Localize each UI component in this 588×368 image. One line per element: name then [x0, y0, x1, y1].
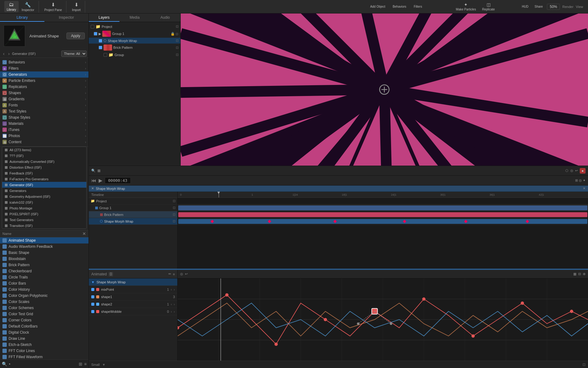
hud-button[interactable]: HUD	[520, 4, 530, 9]
category-generators[interactable]: ⬡ Generators ›	[0, 71, 89, 78]
name-item-color-schemes[interactable]: Color Schemes	[0, 305, 89, 311]
name-item-corner-colors[interactable]: Corner Colors	[0, 317, 89, 323]
name-item-digital-clock[interactable]: Digital Clock	[0, 329, 89, 335]
curve-zoom-in[interactable]: ⊕	[583, 272, 586, 276]
category-replicators[interactable]: ◫ Replicators ›	[0, 84, 89, 90]
track-lock-brick[interactable]: ⊡	[173, 213, 175, 217]
animated-check-mixpoint[interactable]	[91, 288, 94, 291]
tl-record-btn[interactable]: ●	[580, 168, 586, 174]
project-pane-button[interactable]: ⬇ Project Pane	[42, 1, 64, 13]
name-item-color-test-grid[interactable]: Color Test Grid	[0, 311, 89, 317]
make-particles-button[interactable]: ✦ Make Particles	[454, 1, 478, 12]
search-icon[interactable]: 🔍	[2, 362, 7, 366]
apply-button[interactable]: Apply	[66, 33, 85, 39]
dd-isf-qqq[interactable]: ▦ ??? (ISF)	[2, 153, 86, 159]
share-button[interactable]: Share	[533, 4, 545, 9]
layer-group-inner[interactable]: 📁 Group ⊡	[89, 52, 180, 58]
dd-generator-isf[interactable]: ▦ Generator (ISF)	[2, 182, 86, 188]
category-shape-styles[interactable]: ◯ Shape Styles ›	[0, 114, 89, 121]
layer-lock-group-inner[interactable]: ⊡	[176, 53, 179, 57]
track-lock-smw[interactable]: ⊡	[173, 219, 175, 223]
audio-tab[interactable]: Audio	[150, 13, 180, 22]
layer-group1[interactable]: ▶ Group 1 🔒 ◎	[89, 30, 180, 38]
dd-auto-converted[interactable]: ▦ Automatically Converted (ISF)	[2, 159, 86, 164]
layer-brick-pattern[interactable]: Brick Pattern ⊡	[89, 44, 180, 52]
name-item-basic-shape[interactable]: Basic Shape	[0, 250, 89, 256]
category-filters[interactable]: ◈ Filters ›	[0, 65, 89, 71]
nav-back-button[interactable]: ‹	[2, 51, 6, 57]
dd-generators[interactable]: ▦ Generators	[2, 188, 86, 194]
dd-transition[interactable]: ▦ Transition (ISF)	[2, 223, 86, 228]
tc-to-start[interactable]: ⏮	[91, 178, 96, 183]
import-button[interactable]: ⬇ Import	[70, 1, 83, 13]
name-item-checkerboard[interactable]: Checkerboard	[0, 268, 89, 274]
render-btn[interactable]: Render	[562, 5, 573, 9]
animated-next-kf-w[interactable]: ›	[174, 310, 175, 313]
name-item-color-bars[interactable]: Color Bars	[0, 280, 89, 286]
library-button[interactable]: 🗂 Library	[4, 1, 19, 12]
animated-next-kf-s2[interactable]: ›	[174, 302, 175, 306]
status-resize[interactable]: ⊡	[582, 362, 586, 367]
category-text-styles[interactable]: A Text Styles ›	[0, 108, 89, 114]
theme-select[interactable]: Theme: All	[61, 51, 87, 57]
animated-check-wobble[interactable]	[91, 310, 94, 313]
animated-check-shape2[interactable]	[91, 303, 94, 306]
name-header-close[interactable]: ✕	[82, 231, 86, 236]
layers-tab[interactable]: Layers	[89, 13, 119, 22]
library-tab[interactable]: Library	[0, 13, 44, 22]
animated-prev-kf-s2[interactable]: ‹	[171, 302, 172, 306]
view-btn[interactable]: View	[576, 5, 583, 9]
name-item-brick-pattern[interactable]: Brick Pattern	[0, 262, 89, 268]
name-item-bloodstain[interactable]: Bloodstain	[0, 256, 89, 262]
tc-play[interactable]: ▶	[99, 178, 102, 183]
category-shapes[interactable]: ◯ Shapes ›	[0, 90, 89, 96]
category-behaviors[interactable]: ⬡ Behaviors ›	[0, 59, 89, 65]
dd-distortion[interactable]: ▦ Distortion Effect (ISF)	[2, 164, 86, 170]
name-item-fft-color-lines[interactable]: FFT Color Lines	[0, 348, 89, 354]
smw-banner-close[interactable]: ✕	[91, 186, 94, 190]
category-gradients[interactable]: ▦ Gradients ›	[0, 96, 89, 102]
category-itunes[interactable]: ♪ iTunes ›	[0, 127, 89, 133]
animated-prev-kf[interactable]: ‹	[171, 288, 172, 291]
category-materials[interactable]: ◫ Materials ›	[0, 121, 89, 127]
curve-fit[interactable]: ▦	[573, 272, 576, 276]
add-object-button[interactable]: Add Object	[368, 4, 388, 9]
zoom-display[interactable]: 50%	[547, 4, 560, 10]
grid-view-icon[interactable]: ⊞	[79, 362, 82, 366]
inspector-tab[interactable]: Inspector	[44, 13, 89, 22]
replicate-button[interactable]: ◫ Replicate	[480, 1, 497, 12]
animated-next-kf[interactable]: ›	[174, 288, 175, 291]
track-lock-project[interactable]: ⊡	[173, 199, 175, 203]
timecode-display[interactable]: 00000:43	[105, 177, 131, 184]
name-item-circle-trails[interactable]: Circle Trails	[0, 274, 89, 280]
dd-all-273[interactable]: ▦ All (273 Items)	[2, 147, 86, 153]
layer-lock-smw[interactable]: ⊡	[176, 39, 179, 43]
dd-photo-montage[interactable]: ▦ Photo Montage	[2, 205, 86, 211]
category-content[interactable]: ▦ Content ›	[0, 139, 89, 145]
name-item-audio-waveform[interactable]: Audio Waveform Feedback	[0, 243, 89, 250]
animated-prev-kf-w[interactable]: ‹	[171, 310, 172, 313]
tl-tool-icon3[interactable]: ↩	[575, 169, 578, 173]
dd-icalvin102[interactable]: ▦ icalvin102 (ISF)	[2, 199, 86, 205]
category-fonts[interactable]: A Fonts ›	[0, 102, 89, 108]
dd-geometry-adj[interactable]: ▦ Geometry Adjustment (ISF)	[2, 194, 86, 199]
layer-lock-brick[interactable]: ⊡	[176, 46, 179, 50]
filters-button[interactable]: Filters	[411, 4, 425, 9]
name-item-animated-shape[interactable]: Animated Shape	[0, 237, 89, 243]
smw-banner-right-close[interactable]: ✕	[583, 186, 586, 190]
layer-project[interactable]: 📁 Project ⊡	[89, 23, 180, 30]
dd-text-generators[interactable]: ▦ Text Generators	[2, 217, 86, 223]
animated-more-icon[interactable]: ≡	[173, 272, 175, 276]
name-item-color-scales[interactable]: Color Scales	[0, 299, 89, 305]
name-item-color-history[interactable]: Color History	[0, 286, 89, 293]
layer-solo-group1[interactable]: ◎	[175, 32, 179, 36]
name-item-etch-a-sketch[interactable]: Etch-a-Sketch	[0, 342, 89, 348]
animated-check-shape1[interactable]	[91, 295, 94, 298]
media-tab[interactable]: Media	[119, 13, 150, 22]
tl-settings-icon[interactable]: ▦	[97, 169, 100, 173]
name-item-default-colorbars[interactable]: Default ColorBars	[0, 323, 89, 329]
dd-feedback[interactable]: ▦ Feedback (ISF)	[2, 170, 86, 176]
inspector-button[interactable]: 🔧 Inspector	[19, 1, 37, 13]
list-view-icon[interactable]: ≡	[84, 362, 87, 366]
curve-tool1[interactable]: ◎	[180, 272, 183, 276]
